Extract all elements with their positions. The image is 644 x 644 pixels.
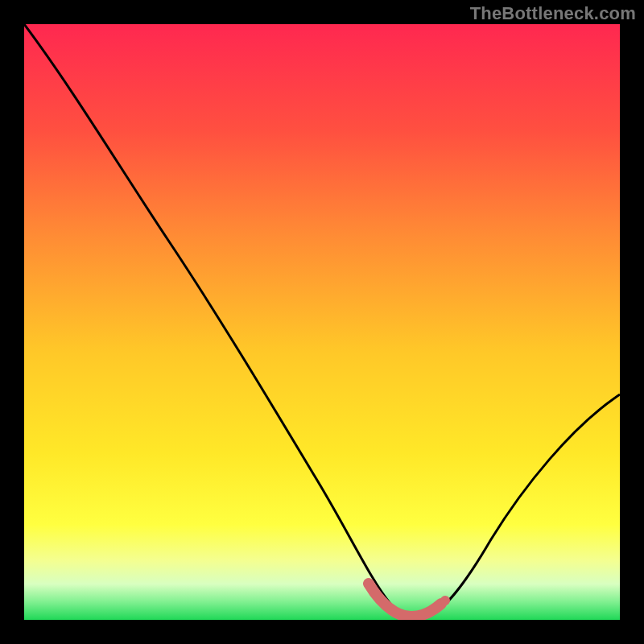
- chart-frame: TheBottleneck.com: [0, 0, 644, 644]
- bottleneck-curve: [24, 24, 620, 620]
- highlight-endpoint: [440, 596, 450, 605]
- curve-path: [24, 24, 620, 617]
- plot-area: [24, 24, 620, 620]
- watermark-text: TheBottleneck.com: [470, 3, 636, 24]
